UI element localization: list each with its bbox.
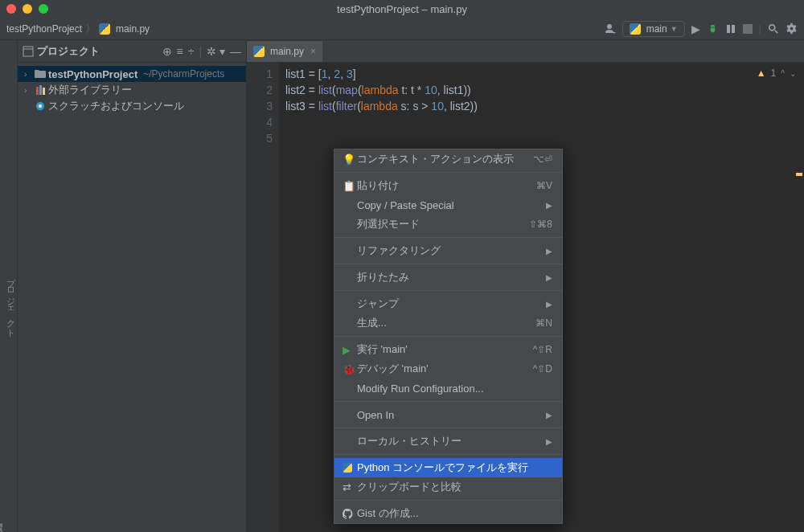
python-icon — [253, 46, 265, 57]
submenu-arrow-icon: ▶ — [546, 273, 552, 282]
menu-generate[interactable]: 生成... ⌘N — [334, 313, 562, 333]
menu-run-main[interactable]: ▶ 実行 'main' ^⇧R — [334, 340, 562, 359]
submenu-arrow-icon: ▶ — [546, 300, 552, 309]
line-gutter: 1 2 3 4 5 — [247, 63, 279, 532]
run-config-selector[interactable]: main ▼ — [622, 21, 685, 37]
python-icon — [99, 23, 110, 35]
tree-project-root[interactable]: › testPythonProject ~/PycharmProjects — [18, 66, 246, 82]
window-title: testPythonProject – main.py — [337, 3, 467, 15]
submenu-arrow-icon: ▶ — [546, 437, 552, 446]
svg-line-4 — [775, 30, 778, 33]
close-tab-icon[interactable]: × — [310, 46, 316, 57]
menu-copy-paste-special[interactable]: Copy / Paste Special ▶ — [334, 195, 562, 215]
inspection-widget[interactable]: ▲ 1 ^ ⌄ — [757, 68, 796, 79]
project-tool-label[interactable]: プロジェクト — [5, 272, 17, 334]
menu-paste[interactable]: 📋 貼り付け ⌘V — [334, 176, 562, 195]
svg-rect-5 — [23, 47, 33, 56]
svg-rect-2 — [743, 24, 753, 34]
svg-rect-8 — [39, 85, 42, 95]
submenu-arrow-icon: ▶ — [546, 247, 552, 256]
menu-refactoring[interactable]: リファクタリング ▶ — [334, 241, 562, 260]
breadcrumb-project[interactable]: testPythonProject — [6, 23, 82, 35]
tree-external-libraries[interactable]: › 外部ライブラリー — [18, 82, 246, 98]
warning-icon: ▲ — [757, 68, 766, 79]
select-opened-file-icon[interactable]: ⊕ — [162, 45, 172, 58]
close-window-button[interactable] — [6, 4, 16, 14]
titlebar: testPythonProject – main.py — [0, 0, 804, 18]
menu-open-in[interactable]: Open In ▶ — [334, 405, 562, 424]
run-icon: ▶ — [343, 344, 357, 356]
menu-column-select[interactable]: 列選択モード ⇧⌘8 — [334, 215, 562, 234]
tree-scratches-consoles[interactable]: › スクラッチおよびコンソール — [18, 98, 246, 114]
coverage-button[interactable] — [725, 23, 736, 35]
breadcrumb-file[interactable]: main.py — [99, 23, 150, 35]
project-sidebar: プロジェクト ⊕ ≡ ÷ | ✲ ▾ — › testPythonProject… — [18, 40, 247, 532]
compare-icon: ⇄ — [343, 481, 357, 493]
debug-icon: 🐞 — [343, 363, 357, 375]
menu-folding[interactable]: 折りたたみ ▶ — [334, 268, 562, 287]
expand-all-icon[interactable]: ≡ — [177, 45, 183, 58]
breadcrumb-separator: 〉 — [85, 22, 96, 36]
python-icon — [630, 23, 641, 35]
clipboard-icon: 📋 — [343, 180, 357, 192]
maximize-window-button[interactable] — [39, 4, 48, 14]
search-button[interactable] — [768, 23, 779, 35]
sidebar-settings-icon[interactable]: ✲ ▾ — [207, 45, 225, 58]
svg-rect-1 — [732, 25, 735, 33]
settings-button[interactable] — [786, 23, 798, 35]
run-button[interactable]: ▶ — [691, 23, 700, 35]
editor-context-menu: 💡 コンテキスト・アクションの表示 ⌥⏎ 📋 貼り付け ⌘V Copy / Pa… — [334, 149, 563, 524]
menu-compare-clipboard[interactable]: ⇄ クリップボードと比較 — [334, 477, 562, 497]
menu-context-actions[interactable]: 💡 コンテキスト・アクションの表示 ⌥⏎ — [334, 149, 562, 169]
svg-rect-7 — [36, 87, 39, 95]
left-tool-strip: プロジェクト 復習 — [0, 40, 18, 532]
menu-run-in-python-console[interactable]: Python コンソールでファイルを実行 — [334, 458, 562, 477]
project-tree: › testPythonProject ~/PycharmProjects › … — [18, 63, 246, 117]
menu-local-history[interactable]: ローカル・ヒストリー ▶ — [334, 432, 562, 451]
warning-stripe-mark[interactable] — [796, 173, 802, 176]
stop-button[interactable] — [743, 24, 753, 34]
menu-jump[interactable]: ジャンプ ▶ — [334, 294, 562, 313]
tab-main-py[interactable]: main.py × — [247, 40, 322, 62]
editor-tabs: main.py × — [247, 40, 804, 63]
python-icon — [343, 463, 357, 473]
minimize-sidebar-icon[interactable]: — — [230, 45, 241, 58]
svg-rect-0 — [727, 25, 730, 33]
submenu-arrow-icon: ▶ — [546, 411, 552, 419]
debug-button[interactable] — [707, 23, 719, 35]
navbar: testPythonProject 〉 main.py main ▼ ▶ — [0, 18, 804, 40]
sidebar-title: プロジェクト — [23, 44, 100, 59]
menu-create-gist[interactable]: Gist の作成... — [334, 504, 562, 523]
github-icon — [343, 509, 357, 519]
collapse-all-icon[interactable]: ÷ — [188, 45, 195, 58]
svg-point-3 — [769, 24, 775, 30]
bulb-icon: 💡 — [343, 153, 357, 166]
menu-modify-run-config[interactable]: Modify Run Configuration... — [334, 379, 562, 398]
minimize-window-button[interactable] — [23, 4, 32, 14]
svg-rect-9 — [43, 88, 45, 95]
user-icon[interactable] — [603, 23, 616, 35]
menu-debug-main[interactable]: 🐞 デバッグ 'main' ^⇧D — [334, 359, 562, 379]
submenu-arrow-icon: ▶ — [546, 201, 552, 210]
